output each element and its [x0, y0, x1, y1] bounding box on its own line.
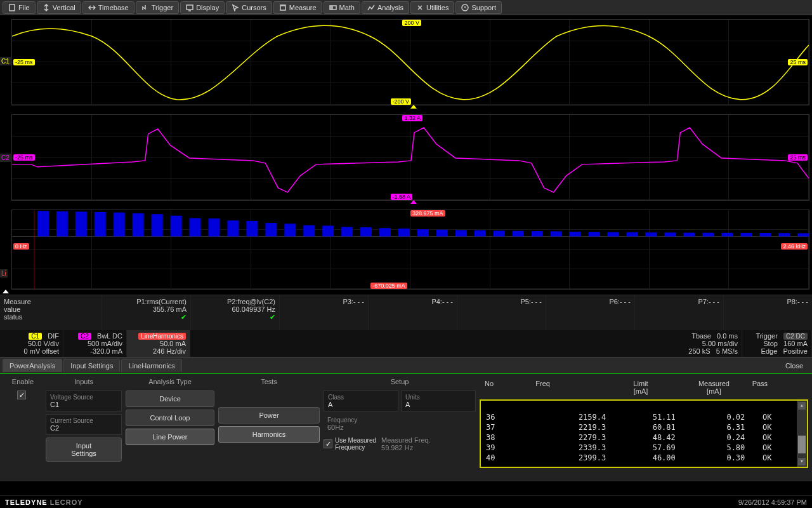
menu-analysis[interactable]: Analysis [362, 1, 409, 14]
input-settings-button[interactable]: Input Settings [46, 438, 122, 462]
menu-math-label: Math [339, 4, 355, 11]
svg-rect-11 [114, 213, 125, 237]
trigger-slope: Positive [783, 347, 808, 355]
trigger-icon [141, 4, 149, 11]
table-body[interactable]: 362159.451.110.02OK372219.360.816.31OK38… [480, 399, 808, 468]
voltage-source-field[interactable]: Voltage SourceC1 [46, 391, 122, 411]
svg-rect-12 [133, 213, 144, 237]
use-measured-freq-checkbox[interactable] [324, 439, 332, 448]
svg-rect-38 [626, 232, 638, 237]
channel-info-c2[interactable]: C2 BwL DC 500 mA/div -320.0 mA [63, 330, 127, 357]
waveform-grid-harmonics[interactable]: 328.975 mA -670.025 mA 0 Hz 2.46 kHz [11, 210, 809, 290]
footer: TELEDYNE LECROY 9/26/2012 4:59:37 PM [0, 495, 812, 508]
vertical-icon [43, 4, 50, 11]
svg-rect-26 [398, 229, 410, 237]
svg-rect-16 [208, 218, 219, 236]
scroll-down-icon[interactable]: ▾ [798, 458, 806, 465]
tests-header: Tests [218, 378, 320, 385]
measure-p4[interactable]: P4:- - - [368, 295, 457, 330]
tab-inputsettings[interactable]: Input Settings [63, 359, 120, 372]
enable-col: Enable [4, 378, 42, 478]
use-measured-freq-label: Use Measured Frequency [335, 437, 376, 451]
enable-checkbox[interactable] [17, 391, 26, 399]
menu-trigger[interactable]: Trigger [136, 1, 179, 14]
close-button[interactable]: Close [779, 359, 809, 372]
svg-rect-19 [265, 223, 277, 236]
menu-measure-label: Measure [289, 4, 317, 11]
menu-math[interactable]: Math [324, 1, 360, 14]
scrollbar[interactable]: ▴ ▾ [797, 401, 807, 467]
svg-rect-15 [190, 218, 201, 236]
measure-label-status: status [4, 313, 98, 321]
menu-vertical[interactable]: Vertical [37, 1, 81, 14]
channel-info-harmonics[interactable]: LineHarmonics 50.0 mA 246 Hz/div [127, 330, 190, 357]
menu-timebase[interactable]: Timebase [82, 1, 134, 14]
table-row[interactable]: 402399.346.000.30OK [481, 453, 807, 463]
menu-file[interactable]: File [3, 1, 36, 14]
channel-tag-harmonics: LineHarmonics [138, 333, 186, 340]
units-field[interactable]: UnitsA [401, 391, 476, 411]
tab-lineharmonics[interactable]: LineHarmonics [121, 359, 181, 372]
svg-rect-27 [417, 229, 429, 236]
marker-c1-right: 25 ms [788, 59, 808, 65]
table-row[interactable]: 362159.451.110.02OK [481, 412, 807, 422]
trigger-level: 160 mA [783, 340, 808, 347]
timebase-pos: 0.0 ms [717, 332, 738, 340]
measure-p5[interactable]: P5:- - - [457, 295, 546, 330]
menu-vertical-label: Vertical [53, 4, 75, 11]
svg-rect-34 [551, 231, 562, 236]
menu-cursors-label: Cursors [242, 4, 266, 11]
measure-p2[interactable]: P2:freq@lv(C2)60.049937 Hz✔ [190, 295, 279, 330]
waveform-grid-c1[interactable]: 200 V -200 V -25 ms 25 ms [11, 19, 809, 105]
menu-utilities[interactable]: Utilities [410, 1, 454, 14]
current-source-field[interactable]: Current SourceC2 [46, 414, 122, 435]
menu-analysis-label: Analysis [377, 4, 403, 11]
menu-support[interactable]: Support [455, 1, 502, 14]
check-icon: ✔ [195, 313, 275, 321]
scroll-thumb[interactable] [798, 436, 806, 453]
device-button[interactable]: Device [126, 391, 214, 407]
channel-c2-offset: -320.0 mA [67, 347, 122, 355]
trigger-title: Trigger [756, 332, 777, 340]
measure-p1[interactable]: P1:rms(Current)355.76 mA✔ [102, 295, 190, 330]
menu-trigger-label: Trigger [152, 4, 173, 11]
svg-rect-13 [152, 214, 163, 236]
measure-p3[interactable]: P3:- - - [279, 295, 368, 330]
channel-info-c1[interactable]: C1 DIF 50.0 V/div 0 mV offset [0, 330, 63, 357]
marker-c1-bottom: -200 V [391, 98, 412, 105]
svg-rect-10 [95, 212, 106, 236]
trigger-state: Stop [763, 340, 778, 347]
tab-poweranalysis[interactable]: PowerAnalysis [3, 359, 62, 372]
channel-label-c1: C1 [0, 57, 11, 65]
timebase-info[interactable]: Tbase 0.0 ms 5.00 ms/div 250 kS 5 MS/s [672, 330, 742, 357]
menu-cursors[interactable]: Cursors [226, 1, 272, 14]
col-limit: Limit [mA] [606, 380, 676, 395]
measure-p8[interactable]: P8:- - - [723, 295, 812, 330]
timestamp: 9/26/2012 4:59:37 PM [738, 498, 807, 506]
scroll-up-icon[interactable]: ▴ [798, 402, 806, 410]
svg-rect-9 [75, 211, 87, 236]
menu-measure[interactable]: Measure [273, 1, 322, 14]
trigger-info[interactable]: Trigger C2 DC Stop 160 mA Edge Positive [742, 330, 812, 357]
measure-p7[interactable]: P7:- - - [634, 295, 723, 330]
table-row[interactable]: 372219.360.816.31OK [481, 422, 807, 432]
svg-rect-0 [10, 4, 15, 11]
menu-display[interactable]: Display [180, 1, 225, 14]
file-icon [8, 4, 16, 11]
table-row[interactable]: 382279.348.420.24OK [481, 432, 807, 443]
timebase-title: Tbase [691, 332, 711, 340]
table-row[interactable]: 392339.357.695.80OK [481, 443, 807, 453]
line-power-button[interactable]: Line Power [126, 429, 214, 445]
measure-p6[interactable]: P6:- - - [546, 295, 634, 330]
inputs-col: Inputs Voltage SourceC1 Current SourceC2… [46, 378, 122, 478]
power-button[interactable]: Power [218, 407, 320, 424]
panel-poweranalysis: Enable Inputs Voltage SourceC1 Current S… [0, 373, 812, 481]
svg-rect-35 [570, 232, 581, 237]
inputs-header: Inputs [46, 378, 122, 385]
measured-freq-value: 59.982 Hz [381, 444, 476, 451]
class-field[interactable]: ClassA [324, 391, 398, 411]
waveform-grid-c2[interactable]: 1.32 A -1.68 A -25 ms 25 ms [11, 114, 809, 201]
harmonics-button[interactable]: Harmonics [218, 426, 320, 443]
control-loop-button[interactable]: Control Loop [126, 410, 214, 426]
svg-rect-8 [56, 211, 68, 237]
